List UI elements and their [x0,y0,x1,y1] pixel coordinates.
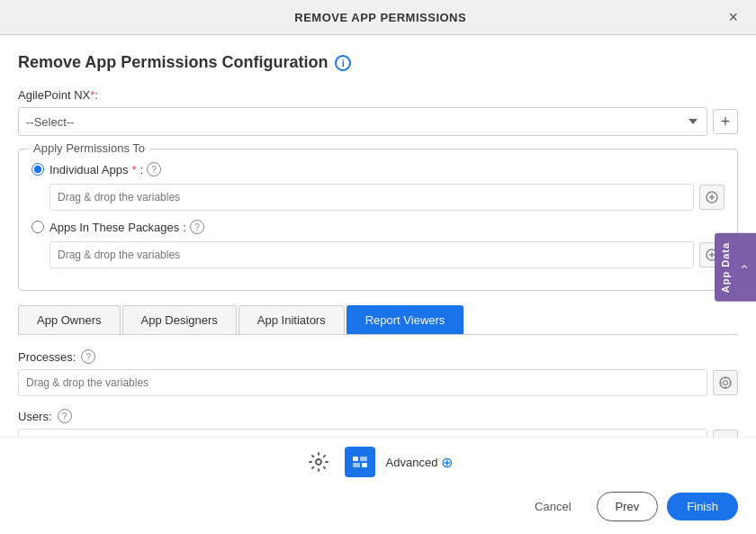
processes-input[interactable] [18,369,707,396]
advanced-icon [351,453,369,471]
svg-point-5 [316,459,321,465]
individual-apps-radio-row: Individual Apps* : ? [32,162,724,176]
processes-var-button[interactable] [713,370,738,395]
users-input[interactable] [18,429,707,437]
users-drag-row [18,429,738,437]
tab-app-owners[interactable]: App Owners [18,305,121,334]
users-var-button[interactable] [713,430,738,437]
apply-permissions-group: Apply Permissions To Individual Apps* : … [18,149,738,291]
apps-packages-radio-row: Apps In These Packages : ? [32,220,724,234]
tab-app-initiators[interactable]: App Initiators [238,305,345,334]
apps-packages-drag-row [50,241,724,268]
footer-buttons: Cancel Prev Finish [0,484,756,534]
processes-label: Processes: [18,350,76,364]
page-title-text: Remove App Permissions Configuration [18,53,328,72]
users-label: Users: [18,410,52,423]
individual-apps-var-icon [705,190,719,204]
svg-rect-7 [360,457,367,461]
modal-body: Remove App Permissions Configuration i A… [0,35,756,437]
svg-point-3 [724,381,728,385]
gear-icon [308,451,329,473]
apps-packages-label: Apps In These Packages : ? [50,220,204,234]
agilepoint-select-row: --Select-- + [18,107,738,136]
apps-packages-help-icon[interactable]: ? [190,220,204,234]
prev-button[interactable]: Prev [597,492,659,521]
individual-apps-input[interactable] [50,184,694,211]
apps-packages-radio[interactable] [32,221,44,233]
close-button[interactable]: × [724,9,742,25]
page-title-row: Remove App Permissions Configuration i [18,53,738,72]
tab-report-viewers[interactable]: Report Viewers [346,305,464,334]
agilepoint-label-row: AgilePoint NX*: [18,88,738,102]
individual-apps-help-icon[interactable]: ? [147,162,161,176]
advanced-icon-button[interactable] [345,447,375,477]
processes-var-icon [718,376,733,390]
individual-apps-var-button[interactable] [699,185,724,210]
tab-app-designers[interactable]: App Designers [122,305,237,334]
cancel-button[interactable]: Cancel [518,493,587,520]
app-data-side-tab[interactable]: › App Data [715,232,756,301]
finish-button[interactable]: Finish [667,493,738,520]
processes-help-icon[interactable]: ? [81,349,95,364]
modal-container: REMOVE APP PERMISSIONS × Remove App Perm… [0,0,756,534]
individual-apps-radio[interactable] [32,163,44,176]
svg-rect-6 [353,457,358,461]
modal-title: REMOVE APP PERMISSIONS [36,11,724,24]
svg-rect-9 [362,463,367,467]
gear-button[interactable] [303,447,334,477]
users-help-icon[interactable]: ? [58,409,72,423]
processes-drag-row [18,369,738,396]
group-legend: Apply Permissions To [28,141,150,155]
advanced-add-icon[interactable]: ⊕ [441,454,453,471]
svg-rect-8 [353,463,360,467]
agilepoint-label: AgilePoint NX*: [18,88,98,102]
tabs-row: App Owners App Designers App Initiators … [18,305,738,335]
users-label-row: Users: ? [18,409,738,423]
apps-packages-input[interactable] [50,241,694,268]
individual-apps-drag-row [50,184,724,211]
agilepoint-select[interactable]: --Select-- [18,107,707,136]
modal-header: REMOVE APP PERMISSIONS × [0,0,756,35]
page-title-info-icon[interactable]: i [335,55,351,71]
footer-actions: Advanced ⊕ [0,437,756,484]
individual-apps-label: Individual Apps* : ? [50,162,161,176]
advanced-label: Advanced ⊕ [386,454,454,471]
agilepoint-add-button[interactable]: + [713,109,738,134]
processes-label-row: Processes: ? [18,349,738,364]
